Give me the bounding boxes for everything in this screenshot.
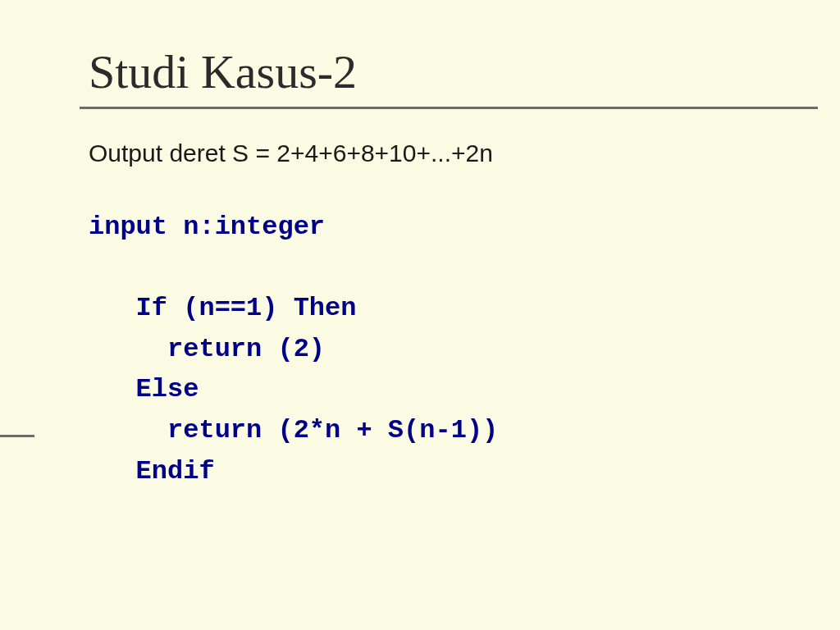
slide-description: Output deret S = 2+4+6+8+10+...+2n [89,139,493,167]
code-line: Endif [89,456,215,486]
title-underline [80,107,818,109]
code-line: input n:integer [89,212,325,242]
code-line: return (2) [89,334,325,364]
code-line: If (n==1) Then [89,293,356,323]
code-line: Else [89,374,199,404]
side-accent-line [0,435,34,437]
code-block: input n:integer If (n==1) Then return (2… [89,207,498,491]
slide-title: Studi Kasus-2 [89,44,357,99]
code-line: return (2*n + S(n-1)) [89,415,498,445]
